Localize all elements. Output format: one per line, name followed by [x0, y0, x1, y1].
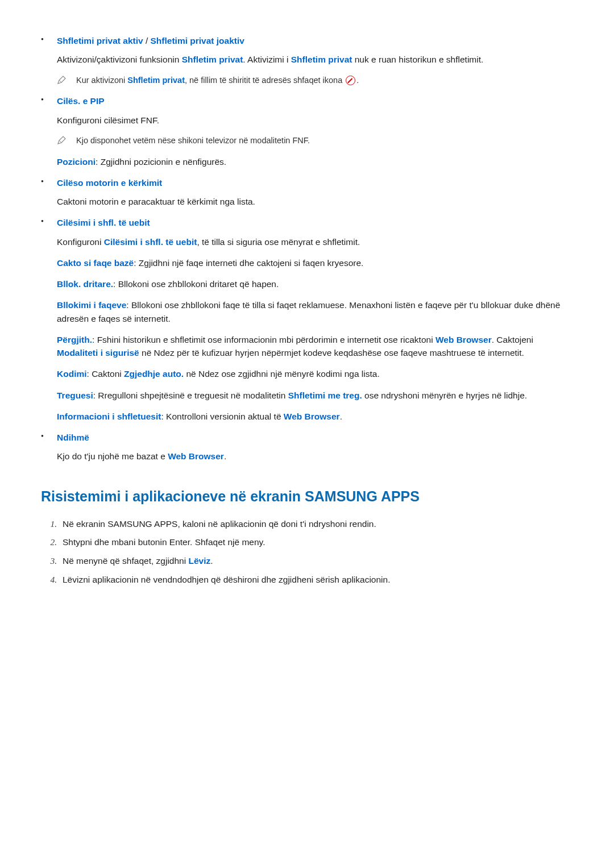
- pip-position: Pozicioni: Zgjidhni pozicionin e nënfigu…: [57, 155, 573, 168]
- ws-popup: Bllok. dritare.: Bllokoni ose zhbllokoni…: [57, 277, 573, 290]
- note-text: Kur aktivizoni Shfletim privat, në filli…: [76, 74, 573, 87]
- term: Shfletim privat: [182, 55, 243, 64]
- restricted-icon: [346, 76, 355, 85]
- term: Shfletimi me treg.: [288, 391, 362, 400]
- ws-general: Përgjith.: Fshini historikun e shfletimi…: [57, 333, 573, 360]
- term-private-on: Shfletimi privat aktiv: [57, 36, 143, 45]
- separator: /: [143, 36, 151, 45]
- label: Treguesi: [57, 391, 93, 400]
- settings-list: Shfletimi privat aktiv / Shfletimi priva…: [41, 34, 573, 67]
- label: Pozicioni: [57, 157, 96, 167]
- ws-encoding: Kodimi: Caktoni Zgjedhje auto. në Ndez o…: [57, 367, 573, 380]
- label: Kodimi: [57, 369, 87, 379]
- description: Kjo do t'ju njohë me bazat e Web Browser…: [57, 450, 573, 463]
- ws-pageblock: Bllokimi i faqeve: Bllokoni ose zhblloko…: [57, 298, 573, 325]
- bullet-title: Cilës. e PIP: [57, 94, 573, 107]
- bullet-title: Shfletimi privat aktiv / Shfletimi priva…: [57, 34, 573, 47]
- term: Web Browser: [168, 451, 224, 461]
- pencil-icon: [57, 136, 66, 145]
- description: Konfiguroni Cilësimi i shfl. të uebit, t…: [57, 235, 573, 248]
- item-private-browsing: Shfletimi privat aktiv / Shfletimi priva…: [41, 34, 573, 67]
- label: Përgjith.: [57, 335, 92, 344]
- bullet-title: Cilësimi i shfl. të uebit: [57, 216, 573, 229]
- item-help: Ndihmë Kjo do t'ju njohë me bazat e Web …: [41, 431, 573, 463]
- step-2: Shtypni dhe mbani butonin Enter. Shfaqet…: [59, 535, 573, 550]
- ws-cursor: Treguesi: Rregulloni shpejtësinë e tregu…: [57, 389, 573, 402]
- bullet-title: Cilëso motorin e kërkimit: [57, 176, 573, 189]
- steps-list: Në ekranin SAMSUNG APPS, kaloni në aplik…: [45, 517, 573, 587]
- item-search-engine: Cilëso motorin e kërkimit Caktoni motori…: [41, 176, 573, 209]
- item-web-settings: Cilësimi i shfl. të uebit Konfiguroni Ci…: [41, 216, 573, 248]
- term: Shfletim privat: [291, 55, 352, 64]
- term: Web Browser: [284, 412, 340, 421]
- term: Web Browser: [435, 335, 492, 344]
- term-private-off: Shfletimi privat joaktiv: [151, 36, 244, 45]
- term: Zgjedhje auto.: [124, 369, 184, 379]
- label: Bllok. dritare.: [57, 279, 113, 289]
- term: Lëviz: [188, 556, 210, 566]
- note-row: Kjo disponohet vetëm nëse shikoni televi…: [57, 135, 573, 147]
- label: Informacioni i shfletuesit: [57, 412, 161, 421]
- note-row: Kur aktivizoni Shfletim privat, në filli…: [57, 74, 573, 87]
- label: Cakto si faqe bazë: [57, 258, 134, 268]
- note-text: Kjo disponohet vetëm nëse shikoni televi…: [76, 135, 573, 147]
- term: Modaliteti i sigurisë: [57, 348, 139, 358]
- term: Cilësimi i shfl. të uebit: [104, 237, 197, 247]
- description: Aktivizoni/çaktivizoni funksionin Shflet…: [57, 53, 573, 66]
- term: Shfletim privat: [127, 76, 185, 85]
- description: Caktoni motorin e paracaktuar të kërkimi…: [57, 195, 573, 208]
- svg-line-0: [59, 80, 61, 82]
- item-pip: Cilës. e PIP Konfiguroni cilësimet FNF.: [41, 94, 573, 127]
- pencil-icon: [57, 76, 66, 85]
- ws-info: Informacioni i shfletuesit: Kontrolloni …: [57, 410, 573, 423]
- settings-list: Ndihmë Kjo do t'ju njohë me bazat e Web …: [41, 431, 573, 463]
- svg-line-1: [59, 140, 61, 143]
- step-1: Në ekranin SAMSUNG APPS, kaloni në aplik…: [59, 517, 573, 531]
- label: Bllokimi i faqeve: [57, 300, 126, 310]
- settings-list: Cilës. e PIP Konfiguroni cilësimet FNF.: [41, 94, 573, 127]
- settings-list: Cilëso motorin e kërkimit Caktoni motori…: [41, 176, 573, 209]
- section-heading: Risistemimi i aplikacioneve në ekranin S…: [41, 488, 573, 505]
- document-page: Shfletimi privat aktiv / Shfletimi priva…: [0, 0, 614, 868]
- step-4: Lëvizni aplikacionin në vendndodhjen që …: [59, 573, 573, 587]
- bullet-title: Ndihmë: [57, 431, 573, 444]
- settings-list: Cilësimi i shfl. të uebit Konfiguroni Ci…: [41, 216, 573, 248]
- ws-home: Cakto si faqe bazë: Zgjidhni një faqe in…: [57, 256, 573, 269]
- description: Konfiguroni cilësimet FNF.: [57, 114, 573, 127]
- step-3: Në menynë që shfaqet, zgjidhni Lëviz.: [59, 554, 573, 568]
